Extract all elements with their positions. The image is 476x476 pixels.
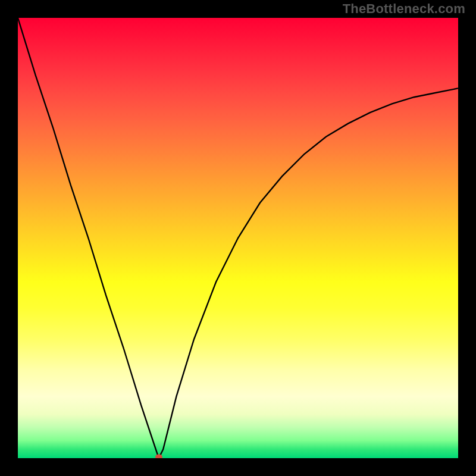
curve-path [18, 18, 458, 458]
plot-area [18, 18, 458, 458]
minimum-marker-icon [155, 455, 162, 459]
watermark-text: TheBottleneck.com [343, 1, 465, 17]
chart-outer-frame: TheBottleneck.com [0, 0, 476, 476]
bottleneck-curve [18, 18, 458, 458]
